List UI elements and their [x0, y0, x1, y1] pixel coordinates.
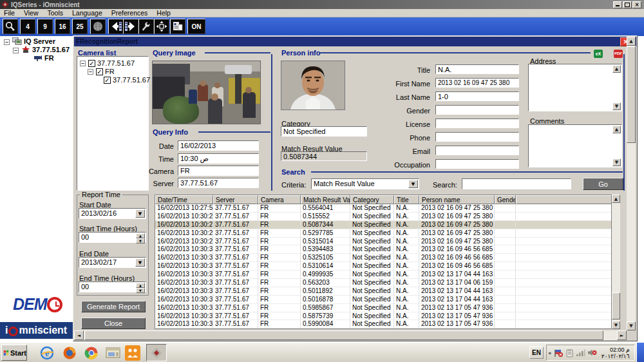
start-button[interactable]: Start [1, 345, 27, 361]
menu-help[interactable]: Help [156, 9, 171, 17]
dialog-scroll-down-icon[interactable] [627, 321, 636, 330]
gender-field[interactable] [435, 105, 519, 115]
tray-clock[interactable]: 02:00 م ٢٠١٣/٠٢/١٦ [599, 347, 630, 359]
grid-25-button[interactable]: 25 [72, 19, 88, 34]
menu-preferences[interactable]: Preferences [111, 9, 148, 17]
folder-window-icon[interactable] [106, 346, 120, 360]
address-scroll-up-icon[interactable] [612, 65, 621, 73]
server-field[interactable]: 37.77.51.67 [178, 178, 259, 188]
address-scroll-down-icon[interactable] [612, 102, 621, 110]
table-row[interactable]: 16/02/2013 10:30:34 ص37.77.51.67FR0.5875… [155, 312, 611, 321]
column-header[interactable]: Title [394, 195, 419, 204]
title-field[interactable]: N.A. [435, 64, 519, 74]
phone-field[interactable] [435, 132, 519, 142]
time-field[interactable]: 10:30 ص [178, 153, 259, 164]
cam-node-group[interactable]: FR [105, 68, 115, 75]
table-row[interactable]: 16/02/2013 10:30:32 ص37.77.51.67FR0.5011… [155, 287, 611, 296]
camera-field[interactable]: FR [178, 166, 259, 176]
menu-tools[interactable]: Tools [48, 9, 64, 17]
go-button[interactable]: Go [583, 178, 623, 190]
tree-node-server-ip[interactable]: 37.77.51.67 [32, 46, 70, 53]
table-row[interactable]: 16/02/2013 10:30:32 ص37.77.51.67FR0.5632… [155, 279, 611, 287]
table-row[interactable]: 16/02/2013 10:30:30 ص37.77.51.67FR0.5325… [155, 254, 611, 262]
end-time-spin-buttons[interactable] [136, 283, 145, 291]
column-header[interactable]: Match Result Value [301, 195, 350, 204]
license-field[interactable] [435, 119, 519, 128]
last-name-field[interactable]: 1-0 [435, 91, 519, 101]
tree-node-camera-fr[interactable]: FR [44, 54, 54, 62]
tree-expander-root[interactable] [4, 39, 10, 45]
language-indicator[interactable]: EN [529, 347, 544, 359]
cam-checkbox-group[interactable] [96, 68, 103, 75]
criteria-combo[interactable]: Match Result Value [311, 178, 419, 189]
column-header[interactable]: Server [213, 195, 258, 204]
close-button[interactable]: × [632, 1, 641, 8]
export-pdf-button[interactable]: PDF [614, 50, 623, 58]
comments-scroll-up-icon[interactable] [612, 126, 621, 133]
start-date-dropdown-icon[interactable] [135, 209, 145, 218]
start-time-spin-buttons[interactable] [136, 233, 145, 242]
column-header[interactable]: Camera [258, 195, 301, 204]
email-field[interactable] [435, 146, 519, 155]
grid-4-button[interactable]: 4 [20, 19, 35, 34]
table-row[interactable]: 16/02/2013 10:30:33 ص37.77.51.67FR0.5016… [155, 296, 611, 304]
next-frame-button[interactable] [123, 19, 138, 34]
search-input[interactable] [462, 178, 571, 189]
column-header[interactable]: Gender [495, 195, 516, 204]
tree-node-iq-server[interactable]: IQ Server [24, 37, 55, 45]
cam-checkbox-camera[interactable] [104, 77, 111, 84]
dialog-scroll-right-icon[interactable] [617, 330, 627, 340]
address-textarea[interactable] [528, 64, 622, 111]
table-scroll-up-icon[interactable] [612, 195, 620, 203]
export-excel-button[interactable]: eX [594, 50, 603, 58]
table-vscrollbar[interactable] [612, 195, 620, 329]
settings-button[interactable] [138, 19, 154, 34]
category-field[interactable]: Not Specified [281, 126, 367, 137]
chrome-icon[interactable] [84, 346, 99, 360]
people-counter-app-icon[interactable] [124, 345, 141, 361]
column-header[interactable]: Person name [419, 195, 495, 204]
column-header[interactable]: Category [350, 195, 394, 204]
prev-frame-button[interactable] [108, 19, 124, 34]
column-header[interactable]: Date/Time [155, 195, 213, 204]
menu-language[interactable]: Language [72, 9, 102, 17]
dialog-vscrollbar[interactable] [627, 37, 636, 330]
firefox-icon[interactable] [62, 346, 77, 360]
menu-view[interactable]: View [24, 9, 39, 17]
end-date-combo[interactable]: 2013/02/17 [79, 257, 146, 268]
fullscreen-button[interactable] [154, 19, 169, 34]
table-row[interactable]: 16/02/2013 10:30:28 ص37.77.51.67FR0.5087… [155, 221, 611, 229]
first-name-field[interactable]: 2013 02 16 09 47 25 380 [435, 78, 519, 88]
report-button[interactable] [170, 19, 185, 34]
cam-expander-2[interactable] [88, 69, 93, 75]
table-row[interactable]: 16/02/2013 10:30:34 ص37.77.51.67FR0.5985… [155, 304, 611, 312]
signal-strength-icon[interactable] [576, 348, 585, 357]
table-scroll-down-icon[interactable] [612, 321, 620, 329]
cam-node-camera[interactable]: 37.77.51.67 [113, 76, 150, 84]
search-tool-button[interactable] [3, 19, 18, 34]
table-row[interactable]: 16/02/2013 10:30:26 ص37.77.51.67FR0.5155… [155, 213, 611, 221]
cam-expander-1[interactable] [80, 61, 86, 66]
table-row[interactable]: 16/02/2013 10:30:32 ص37.77.51.67FR0.4999… [155, 271, 611, 279]
table-row[interactable]: 16/02/2013 10:30:30 ص37.77.51.67FR0.5394… [155, 245, 611, 254]
dialog-vscroll-thumb[interactable] [627, 46, 636, 143]
iqseries-task-button[interactable] [146, 344, 167, 361]
end-date-dropdown-icon[interactable] [135, 258, 145, 267]
table-row[interactable]: 16/02/2013 10:30:34 ص37.77.51.67FR0.5990… [155, 320, 611, 329]
cam-node-server[interactable]: 37.77.51.67 [97, 59, 135, 67]
dialog-scroll-up-icon[interactable] [627, 37, 636, 46]
generate-report-button[interactable]: Generate Report [81, 301, 146, 312]
volume-muted-icon[interactable] [587, 348, 597, 357]
map-button[interactable] [90, 19, 106, 34]
security-alert-icon[interactable] [554, 348, 564, 357]
table-row[interactable] [155, 329, 611, 329]
updates-icon[interactable] [565, 348, 574, 357]
comments-scroll-down-icon[interactable] [612, 158, 621, 166]
internet-explorer-icon[interactable]: e [40, 346, 54, 360]
restore-button[interactable] [623, 1, 632, 8]
table-vscroll-thumb[interactable] [612, 292, 620, 319]
grid-16-button[interactable]: 16 [55, 19, 70, 34]
table-row[interactable]: 16/02/2013 10:30:29 ص37.77.51.67FR0.5297… [155, 229, 611, 238]
close-dialog-button[interactable]: Close [81, 318, 146, 329]
table-row[interactable]: 16/02/2013 10:30:29 ص37.77.51.67FR0.5315… [155, 238, 611, 246]
